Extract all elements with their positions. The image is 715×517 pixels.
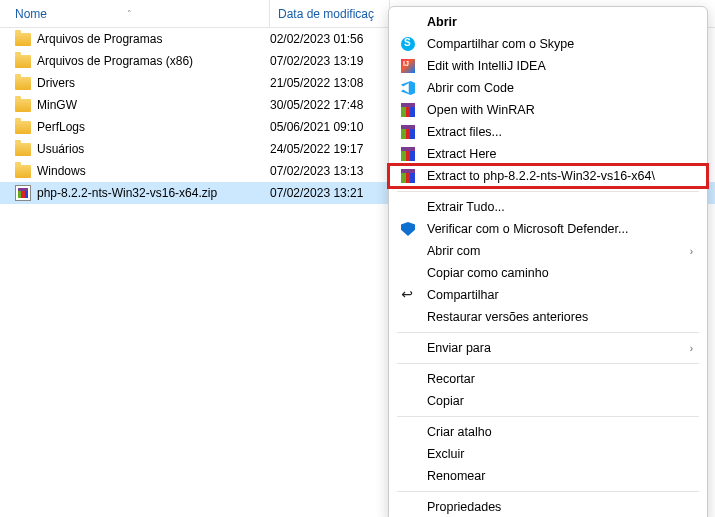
context-menu: AbrirCompartilhar com o SkypeEdit with I… xyxy=(388,6,708,517)
file-name-cell: Arquivos de Programas xyxy=(15,32,270,46)
winrar-icon xyxy=(399,101,417,119)
blank-icon xyxy=(399,445,417,463)
context-menu-item[interactable]: Copiar como caminho xyxy=(389,262,707,284)
column-header-name[interactable]: Nome ˄ xyxy=(0,0,270,27)
context-menu-item-label: Extract to php-8.2.2-nts-Win32-vs16-x64\ xyxy=(427,169,693,183)
context-menu-item-label: Extrair Tudo... xyxy=(427,200,693,214)
file-name-label: Arquivos de Programas (x86) xyxy=(37,54,193,68)
file-date-cell: 24/05/2022 19:17 xyxy=(270,142,390,156)
context-menu-item-label: Extract Here xyxy=(427,147,693,161)
blank-icon xyxy=(399,370,417,388)
context-menu-item-label: Compartilhar xyxy=(427,288,693,302)
file-name-cell: Usuários xyxy=(15,142,270,156)
blank-icon xyxy=(399,264,417,282)
file-name-cell: php-8.2.2-nts-Win32-vs16-x64.zip xyxy=(15,185,270,201)
context-menu-item[interactable]: Verificar com o Microsoft Defender... xyxy=(389,218,707,240)
file-name-cell: Arquivos de Programas (x86) xyxy=(15,54,270,68)
context-menu-item[interactable]: Excluir xyxy=(389,443,707,465)
menu-separator xyxy=(397,491,699,492)
blank-icon xyxy=(399,242,417,260)
blank-icon xyxy=(399,392,417,410)
context-menu-item[interactable]: Abrir com› xyxy=(389,240,707,262)
blank-icon xyxy=(399,308,417,326)
context-menu-item[interactable]: Copiar xyxy=(389,390,707,412)
context-menu-item-label: Abrir com xyxy=(427,244,680,258)
file-date-cell: 07/02/2023 13:21 xyxy=(270,186,390,200)
column-header-date-label: Data de modificaç xyxy=(278,7,374,21)
file-date-cell: 07/02/2023 13:19 xyxy=(270,54,390,68)
file-date-cell: 02/02/2023 01:56 xyxy=(270,32,390,46)
winrar-icon xyxy=(399,167,417,185)
folder-icon xyxy=(15,143,31,156)
winrar-icon xyxy=(399,123,417,141)
file-name-label: MinGW xyxy=(37,98,77,112)
context-menu-item[interactable]: Extract to php-8.2.2-nts-Win32-vs16-x64\ xyxy=(389,165,707,187)
file-name-label: Drivers xyxy=(37,76,75,90)
file-date-cell: 21/05/2022 13:08 xyxy=(270,76,390,90)
context-menu-item[interactable]: Abrir xyxy=(389,11,707,33)
submenu-arrow-icon: › xyxy=(690,246,693,257)
context-menu-item[interactable]: Open with WinRAR xyxy=(389,99,707,121)
file-name-cell: MinGW xyxy=(15,98,270,112)
column-header-date[interactable]: Data de modificaç xyxy=(270,0,390,27)
folder-icon xyxy=(15,33,31,46)
file-date-cell: 07/02/2023 13:13 xyxy=(270,164,390,178)
file-name-cell: Drivers xyxy=(15,76,270,90)
context-menu-item[interactable]: Recortar xyxy=(389,368,707,390)
shield-icon xyxy=(399,220,417,238)
menu-separator xyxy=(397,191,699,192)
menu-separator xyxy=(397,332,699,333)
context-menu-item-label: Abrir com Code xyxy=(427,81,693,95)
vscode-icon xyxy=(399,79,417,97)
context-menu-item-label: Compartilhar com o Skype xyxy=(427,37,693,51)
context-menu-item-label: Extract files... xyxy=(427,125,693,139)
folder-icon xyxy=(15,121,31,134)
context-menu-item[interactable]: Abrir com Code xyxy=(389,77,707,99)
context-menu-item[interactable]: Edit with IntelliJ IDEA xyxy=(389,55,707,77)
file-date-cell: 05/06/2021 09:10 xyxy=(270,120,390,134)
context-menu-item-label: Edit with IntelliJ IDEA xyxy=(427,59,693,73)
context-menu-item-label: Recortar xyxy=(427,372,693,386)
file-name-label: Usuários xyxy=(37,142,84,156)
sort-indicator-icon: ˄ xyxy=(127,9,132,19)
share-icon xyxy=(399,286,417,304)
context-menu-item[interactable]: Renomear xyxy=(389,465,707,487)
context-menu-item[interactable]: Enviar para› xyxy=(389,337,707,359)
context-menu-item[interactable]: Criar atalho xyxy=(389,421,707,443)
context-menu-item[interactable]: Extrair Tudo... xyxy=(389,196,707,218)
context-menu-item-label: Restaurar versões anteriores xyxy=(427,310,693,324)
context-menu-item[interactable]: Restaurar versões anteriores xyxy=(389,306,707,328)
blank-icon xyxy=(399,339,417,357)
context-menu-item[interactable]: Compartilhar com o Skype xyxy=(389,33,707,55)
file-name-label: PerfLogs xyxy=(37,120,85,134)
file-date-cell: 30/05/2022 17:48 xyxy=(270,98,390,112)
context-menu-item[interactable]: Extract Here xyxy=(389,143,707,165)
archive-icon xyxy=(15,185,31,201)
context-menu-item-label: Excluir xyxy=(427,447,693,461)
folder-icon xyxy=(15,165,31,178)
folder-icon xyxy=(15,99,31,112)
folder-icon xyxy=(15,77,31,90)
intellij-icon xyxy=(399,57,417,75)
context-menu-item[interactable]: Extract files... xyxy=(389,121,707,143)
blank-icon xyxy=(399,13,417,31)
skype-icon xyxy=(399,35,417,53)
context-menu-item-label: Propriedades xyxy=(427,500,693,514)
context-menu-item-label: Enviar para xyxy=(427,341,680,355)
blank-icon xyxy=(399,467,417,485)
context-menu-item[interactable]: Compartilhar xyxy=(389,284,707,306)
blank-icon xyxy=(399,198,417,216)
file-name-label: Windows xyxy=(37,164,86,178)
context-menu-item-label: Copiar como caminho xyxy=(427,266,693,280)
context-menu-item-label: Copiar xyxy=(427,394,693,408)
context-menu-item-label: Verificar com o Microsoft Defender... xyxy=(427,222,693,236)
blank-icon xyxy=(399,423,417,441)
winrar-icon xyxy=(399,145,417,163)
file-name-cell: PerfLogs xyxy=(15,120,270,134)
file-name-label: php-8.2.2-nts-Win32-vs16-x64.zip xyxy=(37,186,217,200)
context-menu-item-label: Criar atalho xyxy=(427,425,693,439)
context-menu-item-label: Renomear xyxy=(427,469,693,483)
blank-icon xyxy=(399,498,417,516)
submenu-arrow-icon: › xyxy=(690,343,693,354)
context-menu-item[interactable]: Propriedades xyxy=(389,496,707,517)
